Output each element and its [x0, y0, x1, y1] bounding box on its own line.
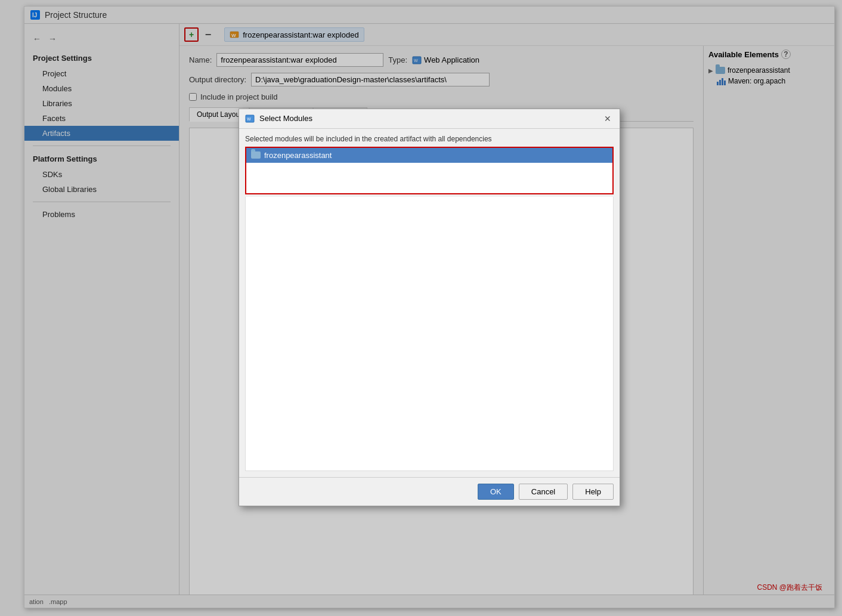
modal-icon: W: [245, 114, 255, 123]
modal-footer: OK Cancel Help: [239, 477, 620, 506]
module-item-frozenpearassistant[interactable]: frozenpearassistant: [246, 148, 612, 163]
modal-title-left: W Select Modules: [245, 114, 312, 123]
select-modules-dialog: W Select Modules ✕ Selected modules will…: [239, 109, 620, 506]
module-list-container: frozenpearassistant: [245, 147, 614, 194]
main-window: IJ Project Structure ← → Project Setting…: [24, 6, 835, 608]
module-empty-area: [245, 197, 614, 471]
modal-close-button[interactable]: ✕: [602, 113, 614, 125]
module-item-label: frozenpearassistant: [264, 151, 332, 160]
modal-title-bar: W Select Modules ✕: [239, 109, 620, 129]
modal-title: Select Modules: [259, 114, 312, 123]
modal-body: Selected modules will be included in the…: [239, 129, 620, 477]
modal-info-text: Selected modules will be included in the…: [245, 135, 614, 143]
help-button[interactable]: Help: [572, 484, 614, 500]
svg-text:W: W: [247, 117, 251, 121]
cancel-button[interactable]: Cancel: [519, 484, 568, 500]
ok-button[interactable]: OK: [478, 484, 514, 500]
modal-overlay: W Select Modules ✕ Selected modules will…: [24, 7, 834, 608]
module-folder-icon: [251, 151, 261, 159]
